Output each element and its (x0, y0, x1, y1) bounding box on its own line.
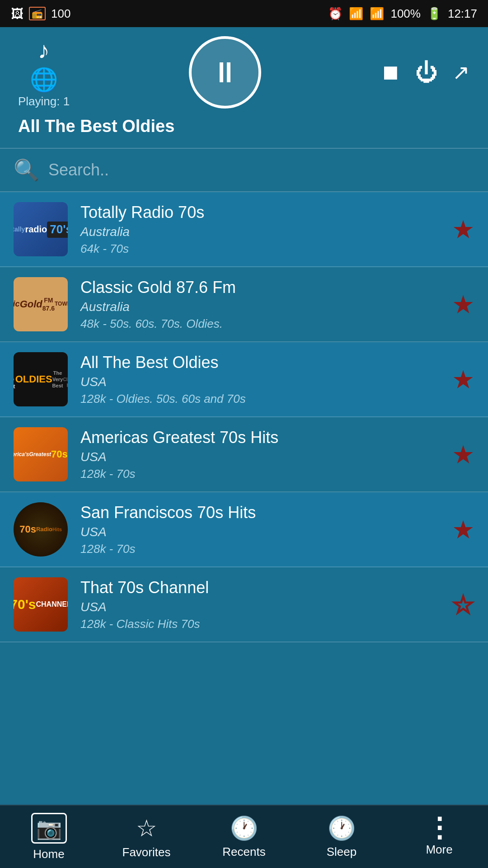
station-country-2: Australia (80, 300, 445, 314)
favorites-icon: ☆ (136, 815, 157, 842)
station-name-5: San Franciscos 70s Hits (80, 503, 445, 522)
station-logo-1: totally radio 70's (14, 202, 68, 256)
station-details-5: 128k - 70s (80, 542, 445, 556)
battery-percent: 100% (390, 7, 421, 21)
station-name-3: All The Best Oldies (80, 353, 445, 372)
list-item[interactable]: totally radio 70's Totally Radio 70s Aus… (0, 192, 488, 267)
favorite-star-5[interactable]: ★ (452, 515, 474, 544)
station-country-6: USA (80, 600, 445, 614)
bottom-nav: 📷 Home ☆ Favorites 🕐 Recents 🕐 Sleep ⋮ M… (0, 805, 488, 868)
nav-recents[interactable]: 🕐 Recents (195, 815, 293, 859)
station-info-6: That 70s Channel USA 128k - Classic Hits… (80, 578, 445, 631)
station-name-4: Americas Greatest 70s Hits (80, 428, 445, 447)
pause-button[interactable]: ⏸ (189, 36, 261, 108)
recents-icon: 🕐 (230, 815, 258, 841)
station-details-2: 48k - 50s. 60s. 70s. Oldies. (80, 317, 445, 331)
list-item[interactable]: 70s Radio Hits San Franciscos 70s Hits U… (0, 492, 488, 567)
station-name-1: Totally Radio 70s (80, 203, 445, 222)
home-icon: 📷 (31, 813, 67, 844)
clock-time: 12:17 (448, 7, 477, 21)
station-logo-4: America's Greatest 70s Hits (14, 427, 68, 481)
sleep-icon: 🕐 (328, 815, 356, 841)
playing-label: Playing: 1 (18, 94, 70, 108)
station-logo-2: Classic Gold FM 87.6 TOWNSVILLE (14, 277, 68, 331)
radio-icon: 📻 (29, 7, 46, 20)
nav-recents-label: Recents (222, 845, 265, 859)
pause-icon: ⏸ (211, 56, 239, 89)
station-country-3: USA (80, 375, 445, 389)
station-list: totally radio 70's Totally Radio 70s Aus… (0, 192, 488, 805)
station-details-6: 128k - Classic Hits 70s (80, 617, 445, 631)
station-name-6: That 70s Channel (80, 578, 445, 597)
station-info-5: San Franciscos 70s Hits USA 128k - 70s (80, 503, 445, 556)
nav-more-label: More (426, 843, 452, 857)
more-icon: ⋮ (426, 817, 453, 839)
station-info-4: Americas Greatest 70s Hits USA 128k - 70… (80, 428, 445, 481)
station-details-4: 128k - 70s (80, 467, 445, 481)
battery-icon: 🔋 (427, 7, 441, 21)
nav-sleep[interactable]: 🕐 Sleep (293, 815, 390, 859)
nav-favorites[interactable]: ☆ Favorites (98, 815, 195, 859)
station-country-1: Australia (80, 225, 445, 239)
main-content: ♪ 🌐 Playing: 1 ⏸ ⏹ ⏻ ↗ All The Best Oldi… (0, 27, 488, 805)
list-item[interactable]: All The Best OLDIES The Very Best of Cla… (0, 342, 488, 417)
notification-count: 100 (51, 7, 70, 21)
wifi-icon: 📶 (349, 7, 363, 21)
stop-button[interactable]: ⏹ (380, 60, 401, 85)
favorite-star-2[interactable]: ★ (452, 290, 474, 319)
station-info-3: All The Best Oldies USA 128k - Oldies. 5… (80, 353, 445, 406)
station-logo-3: All The Best OLDIES The Very Best of Cla… (14, 352, 68, 406)
globe-icon[interactable]: 🌐 (30, 66, 58, 93)
power-button[interactable]: ⏻ (415, 59, 438, 85)
alarm-icon: ⏰ (328, 7, 343, 21)
station-country-4: USA (80, 450, 445, 464)
nav-home[interactable]: 📷 Home (0, 813, 98, 861)
station-info-2: Classic Gold 87.6 Fm Australia 48k - 50s… (80, 278, 445, 331)
nav-favorites-label: Favorites (122, 845, 171, 859)
station-logo-5: 70s Radio Hits (14, 502, 68, 557)
station-details-3: 128k - Oldies. 50s. 60s and 70s (80, 392, 445, 406)
favorite-star-1[interactable]: ★ (452, 215, 474, 244)
status-bar: 🖼 📻 100 ⏰ 📶 📶 100% 🔋 12:17 (0, 0, 488, 27)
status-right: ⏰ 📶 📶 100% 🔋 12:17 (328, 7, 477, 21)
player-header: ♪ 🌐 Playing: 1 ⏸ ⏹ ⏻ ↗ All The Best Oldi… (0, 27, 488, 148)
station-country-5: USA (80, 525, 445, 539)
favorite-star-6[interactable]: ☆ (452, 590, 474, 619)
status-left: 🖼 📻 100 (11, 6, 70, 21)
list-item[interactable]: Classic Gold FM 87.6 TOWNSVILLE Classic … (0, 267, 488, 342)
nav-more[interactable]: ⋮ More (390, 817, 488, 857)
controls-row: ♪ 🌐 Playing: 1 ⏸ ⏹ ⏻ ↗ (18, 36, 470, 108)
favorite-star-4[interactable]: ★ (452, 440, 474, 469)
music-icon[interactable]: ♪ (38, 37, 50, 64)
station-details-1: 64k - 70s (80, 242, 445, 256)
favorite-star-3[interactable]: ★ (452, 365, 474, 394)
station-logo-6: 70's CHANNEL (14, 577, 68, 632)
station-name-2: Classic Gold 87.6 Fm (80, 278, 445, 297)
search-bar: 🔍 (0, 149, 488, 192)
nav-home-label: Home (33, 847, 64, 861)
search-input[interactable] (48, 160, 474, 179)
ctrl-left: ♪ 🌐 Playing: 1 (18, 37, 70, 108)
now-playing-title: All The Best Oldies (18, 117, 470, 141)
ctrl-right: ⏹ ⏻ ↗ (380, 59, 470, 85)
list-item[interactable]: America's Greatest 70s Hits Americas Gre… (0, 417, 488, 492)
share-button[interactable]: ↗ (452, 60, 470, 85)
search-icon: 🔍 (14, 158, 39, 182)
list-item[interactable]: 70's CHANNEL That 70s Channel USA 128k -… (0, 567, 488, 642)
photo-icon: 🖼 (11, 6, 23, 21)
nav-sleep-label: Sleep (327, 845, 357, 859)
station-info-1: Totally Radio 70s Australia 64k - 70s (80, 203, 445, 256)
signal-icon: 📶 (370, 7, 384, 21)
